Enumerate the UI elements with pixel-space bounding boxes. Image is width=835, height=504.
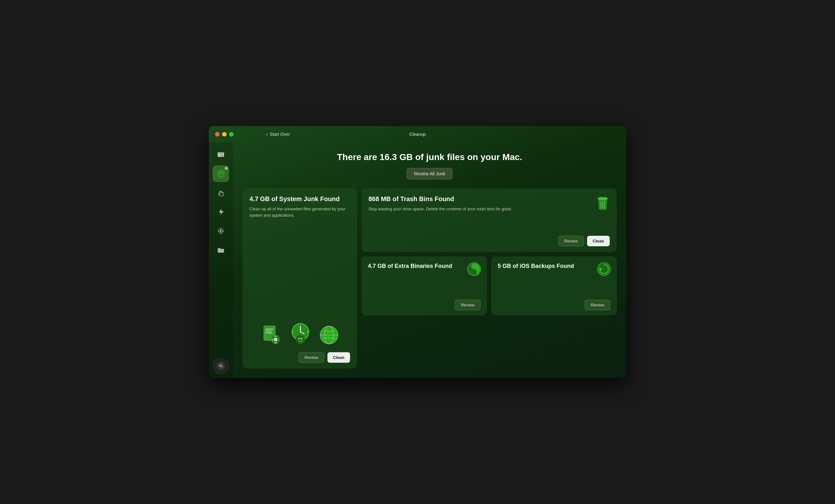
sidebar-item-lightning[interactable] xyxy=(212,204,229,220)
trash-icon-wrap xyxy=(594,194,611,212)
clock-face-icon xyxy=(288,320,313,346)
back-chevron-icon: ‹ xyxy=(266,132,268,137)
svg-rect-20 xyxy=(265,330,272,331)
disk-icon xyxy=(217,150,225,159)
svg-point-7 xyxy=(222,173,222,174)
app-icon xyxy=(217,169,225,178)
system-junk-desc: Clean up all of the unneeded files gener… xyxy=(249,206,350,218)
svg-rect-25 xyxy=(274,342,277,343)
system-junk-card: 4.7 GB of System Junk Found Clean up all… xyxy=(243,188,357,368)
ios-backup-icon xyxy=(596,262,612,277)
account-icon xyxy=(217,361,225,370)
sidebar-item-tools[interactable] xyxy=(212,223,229,239)
trash-bins-clean-button[interactable]: Clean xyxy=(587,236,610,246)
ios-backups-title: 5 GB of iOS Backups Found xyxy=(498,263,610,269)
lightning-icon xyxy=(217,207,225,216)
sidebar-item-app[interactable] xyxy=(212,165,229,182)
bottom-cards-row: 4.7 GB of Extra Binaries Found Review xyxy=(362,257,617,315)
ios-backups-review-button[interactable]: Review xyxy=(585,300,610,310)
toggle-icon xyxy=(467,262,482,277)
cards-container: 4.7 GB of System Junk Found Clean up all… xyxy=(243,188,617,368)
window-title: Cleanup xyxy=(409,132,426,137)
maximize-button[interactable] xyxy=(229,132,233,137)
sidebar-item-folder[interactable] xyxy=(212,242,229,258)
trash-bin-icon xyxy=(594,194,611,210)
svg-rect-19 xyxy=(265,329,274,330)
sidebar-item-hand[interactable] xyxy=(212,184,229,201)
extra-binaries-title: 4.7 GB of Extra Binaries Found xyxy=(368,263,481,269)
review-all-wrap: Review All Junk xyxy=(243,168,617,179)
system-junk-actions: Review Clean xyxy=(249,352,350,363)
trash-bins-card: 868 MB of Trash Bins Found Stop wasting … xyxy=(362,188,617,252)
extra-binaries-actions: Review xyxy=(368,295,481,310)
back-label: Start Over xyxy=(269,132,290,137)
active-badge xyxy=(225,167,228,170)
svg-point-6 xyxy=(220,173,220,174)
svg-point-2 xyxy=(222,155,223,157)
svg-rect-24 xyxy=(274,336,277,337)
back-button[interactable]: ‹ Start Over xyxy=(266,132,290,137)
main-headline: There are 16.3 GB of junk files on your … xyxy=(243,152,617,162)
traffic-lights xyxy=(215,132,233,137)
trash-bins-review-button[interactable]: Review xyxy=(558,236,584,246)
ios-icon-wrap xyxy=(596,262,612,278)
svg-point-3 xyxy=(217,169,225,178)
svg-rect-26 xyxy=(272,339,273,341)
extra-binaries-review-button[interactable]: Review xyxy=(455,300,481,310)
svg-point-36 xyxy=(299,338,300,340)
right-column: 868 MB of Trash Bins Found Stop wasting … xyxy=(362,188,617,368)
svg-point-51 xyxy=(473,271,475,273)
svg-rect-1 xyxy=(219,153,223,154)
svg-line-47 xyxy=(604,202,605,208)
svg-line-45 xyxy=(601,202,601,208)
trash-bins-actions: Review Clean xyxy=(368,231,610,246)
globe-icon xyxy=(318,324,340,346)
svg-point-23 xyxy=(274,338,278,341)
toggle-icon-wrap xyxy=(467,262,482,278)
svg-rect-21 xyxy=(265,332,272,334)
svg-point-16 xyxy=(219,365,220,366)
svg-point-50 xyxy=(473,265,475,267)
content-area: There are 16.3 GB of junk files on your … xyxy=(233,143,626,378)
system-junk-clean-button[interactable]: Clean xyxy=(327,352,350,363)
svg-rect-44 xyxy=(602,197,604,198)
svg-rect-0 xyxy=(218,153,224,157)
tools-icon xyxy=(217,226,225,236)
sidebar xyxy=(209,143,233,378)
hand-icon xyxy=(217,188,225,197)
doc-gear-icon xyxy=(260,323,283,346)
svg-point-9 xyxy=(220,230,222,232)
ios-backups-card: 5 GB of iOS Backups Found Review xyxy=(491,257,617,315)
system-junk-icons xyxy=(249,218,350,352)
title-bar: ‹ Start Over Cleanup xyxy=(209,126,626,143)
review-all-button[interactable]: Review All Junk xyxy=(407,168,452,179)
folder-icon xyxy=(217,246,225,255)
main-content: There are 16.3 GB of junk files on your … xyxy=(209,143,626,378)
minimize-button[interactable] xyxy=(222,132,227,137)
svg-point-35 xyxy=(296,335,305,344)
system-junk-review-button[interactable]: Review xyxy=(299,352,324,363)
svg-point-17 xyxy=(222,366,223,367)
trash-bins-title: 868 MB of Trash Bins Found xyxy=(368,195,610,203)
account-button[interactable] xyxy=(212,358,229,374)
close-button[interactable] xyxy=(215,132,220,137)
ios-backups-actions: Review xyxy=(498,295,610,310)
system-junk-title: 4.7 GB of System Junk Found xyxy=(249,195,350,203)
sidebar-item-disk[interactable] xyxy=(212,146,229,163)
svg-point-37 xyxy=(301,338,303,340)
extra-binaries-card: 4.7 GB of Extra Binaries Found Review xyxy=(362,257,487,315)
trash-bins-desc: Stop wasting your drive space. Delete th… xyxy=(368,206,553,212)
app-window: ‹ Start Over Cleanup xyxy=(209,126,626,378)
